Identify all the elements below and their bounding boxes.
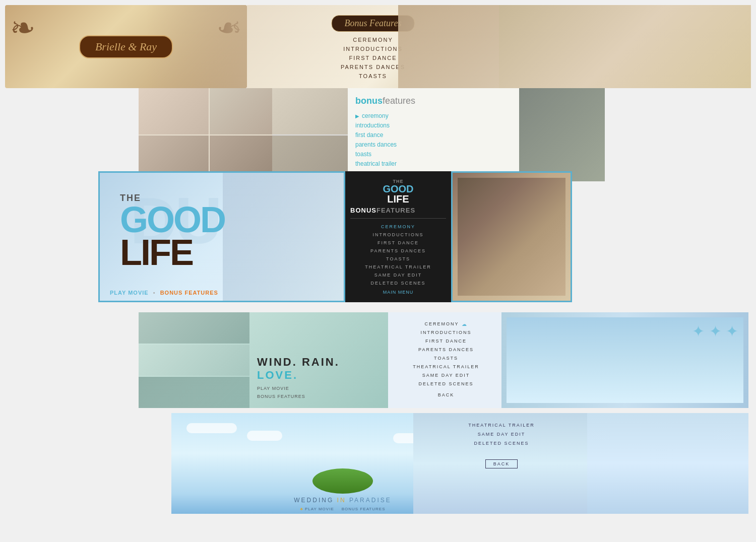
bd-same-day[interactable]: SAME DAY EDIT <box>350 271 446 279</box>
bf-first-dance[interactable]: first dance <box>355 130 512 140</box>
bd-toasts[interactable]: TOASTS <box>350 255 446 263</box>
sky-right-content <box>587 413 748 514</box>
paradise-menu: ♣ PLAY MOVIE BONUS FEATURES <box>300 507 386 511</box>
wind-rain-photos <box>139 312 249 408</box>
paradise-play-movie[interactable]: ♣ PLAY MOVIE <box>300 507 334 511</box>
cloud-2 <box>247 431 282 441</box>
bf-theatrical-trailer[interactable]: theatrical trailer <box>355 159 512 169</box>
photo-cell-1 <box>139 88 209 134</box>
card-good-life-door-photo <box>451 171 572 302</box>
bd-first-dance[interactable]: FIRST DANCE <box>350 239 446 247</box>
bonus-dark-features-text: FEATURES <box>376 207 415 214</box>
play-icon: ▶ <box>355 111 359 121</box>
bbr-theatrical[interactable]: THEATRICAL TRAILER <box>421 421 582 430</box>
bl-theatrical-trailer[interactable]: THEATRICAL TRAILER <box>396 363 496 371</box>
bd-theatrical[interactable]: THEATRICAL TRAILER <box>350 263 446 271</box>
card-good-life-main: DUE THE GOOD LIFE PLAY MOVIE • BONUS FEA… <box>98 171 345 302</box>
separator: • <box>153 290 156 296</box>
couple-photo-top-right <box>499 5 751 88</box>
cloud-1 <box>186 423 237 433</box>
bd-ceremony[interactable]: CEREMONY <box>350 223 446 231</box>
bl-ceremony[interactable]: CEREMONY ☁ <box>396 320 496 328</box>
bl-parents-dances[interactable]: PARENTS DANCES <box>396 346 496 354</box>
card-wind-rain-love: WIND. RAIN. LOVE. PLAY MOVIE BONUS FEATU… <box>139 312 391 408</box>
bf-introductions[interactable]: introductions <box>355 121 512 130</box>
bl-toasts[interactable]: TOASTS <box>396 354 496 363</box>
wrl-photo-1 <box>139 312 249 344</box>
bd-main-menu[interactable]: MAIN MENU <box>350 290 446 295</box>
wrl-bonus-features[interactable]: BONUS FEATURES <box>257 392 383 400</box>
paradise-bonus-features[interactable]: BONUS FEATURES <box>342 507 386 511</box>
wrl-play-movie[interactable]: PLAY MOVIE <box>257 384 383 392</box>
good-life-dark-logo: THE GOOD LIFE <box>350 179 446 204</box>
card-bonus-list-center: CEREMONY ☁ INTRODUCTIONS FIRST DANCE PAR… <box>388 312 504 408</box>
bd-parents-dances[interactable]: PARENTS DANCES <box>350 247 446 255</box>
paradise-paradise: PARADISE <box>349 497 392 504</box>
play-movie-btn[interactable]: PLAY MOVIE <box>110 290 149 296</box>
bl-introductions[interactable]: INTRODUCTIONS <box>396 328 496 337</box>
bf-toasts[interactable]: toasts <box>355 150 512 159</box>
card-bonus-dark-menu: THE GOOD LIFE BONUSFEATURES CEREMONY INT… <box>343 171 454 302</box>
wrl-content-area: WIND. RAIN. LOVE. PLAY MOVIE BONUS FEATU… <box>249 312 391 408</box>
bf-ceremony[interactable]: ▶ ceremony <box>355 111 512 121</box>
card-bonus-blue-menu: bonusfeatures ▶ ceremony introductions f… <box>348 88 519 181</box>
card-man-photo <box>519 88 605 181</box>
bonus-features-btn[interactable]: BONUS FEATURES <box>160 290 218 296</box>
bf-divider <box>350 218 446 219</box>
wrl-photo-3 <box>139 377 249 408</box>
photo-cell-2 <box>210 88 280 134</box>
card-brielle-ray: ❧ Brielle & Ray ❧ <box>5 5 247 88</box>
bonus-features-blue-title: bonusfeatures <box>355 96 512 106</box>
card-couple-top-right <box>499 5 751 88</box>
gl-life: LIFE <box>350 194 446 204</box>
good-life-title-area: THE GOOD LIFE <box>110 183 345 269</box>
door-photo-inner <box>458 178 565 296</box>
features-light: features <box>383 96 415 106</box>
bonus-dark-header-text: BONUS <box>350 207 376 214</box>
bl-deleted-scenes[interactable]: DELETED SCENES <box>396 380 496 388</box>
bonus-bold: bonus <box>355 96 383 106</box>
brielle-ray-title: Brielle & Ray <box>79 35 173 58</box>
wedding-day-photo-grid <box>139 88 280 181</box>
paradise-play-icon: ♣ <box>300 507 303 511</box>
bbr-deleted[interactable]: DELETED SCENES <box>421 439 582 448</box>
beach-photo-inner: ✦ ✦ ✦ <box>507 317 743 403</box>
good-life-good: GOOD <box>120 204 345 236</box>
bl-same-day-edit[interactable]: SAME DAY EDIT <box>396 371 496 380</box>
wrl-menu: PLAY MOVIE BONUS FEATURES <box>257 384 383 400</box>
paradise-island <box>312 468 373 494</box>
bd-deleted[interactable]: DELETED SCENES <box>350 279 446 287</box>
paradise-in: IN <box>337 497 346 504</box>
good-life-bottom-bar: PLAY MOVIE • BONUS FEATURES <box>110 290 218 296</box>
bbr-back-button[interactable]: BACK <box>485 459 518 468</box>
bbr-same-day[interactable]: SAME DAY EDIT <box>421 430 582 439</box>
bl-back-button[interactable]: BACK <box>396 392 496 397</box>
paradise-title: WEDDING IN PARADISE <box>294 497 391 504</box>
card-bonus-bottom-right: THEATRICAL TRAILER SAME DAY EDIT DELETED… <box>413 413 590 514</box>
man-photo-content <box>519 88 605 181</box>
bbr-back-area: BACK <box>421 455 582 468</box>
couple-right-photo <box>398 5 499 88</box>
card-beach-party: ✦ ✦ ✦ <box>501 312 748 408</box>
bl-first-dance[interactable]: FIRST DANCE <box>396 337 496 346</box>
good-life-life: LIFE <box>120 236 345 269</box>
beach-party-photo: ✦ ✦ ✦ <box>501 312 748 408</box>
wrl-photo-2 <box>139 345 249 376</box>
wrl-love: LOVE. <box>257 369 298 381</box>
wrl-wind: WIND. <box>257 356 297 368</box>
bd-introductions[interactable]: INTRODUCTIONS <box>350 231 446 239</box>
wrl-rain: RAIN. <box>302 356 340 368</box>
cloud-icon: ☁ <box>462 320 468 328</box>
card-bonus-classic: Bonus Features CEREMONY INTRODUCTIONS FI… <box>247 5 499 88</box>
gl-good: GOOD <box>350 184 446 194</box>
door-photo-content <box>453 173 571 301</box>
bonus-dark-header: BONUSFEATURES <box>350 207 446 214</box>
wrl-title: WIND. RAIN. LOVE. <box>257 356 383 382</box>
bf-parents-dances[interactable]: parents dances <box>355 140 512 150</box>
paradise-wedding: WEDDING <box>294 497 334 504</box>
windmill-decoration: ✦ ✦ ✦ <box>692 322 738 340</box>
card-sky-right <box>587 413 748 514</box>
